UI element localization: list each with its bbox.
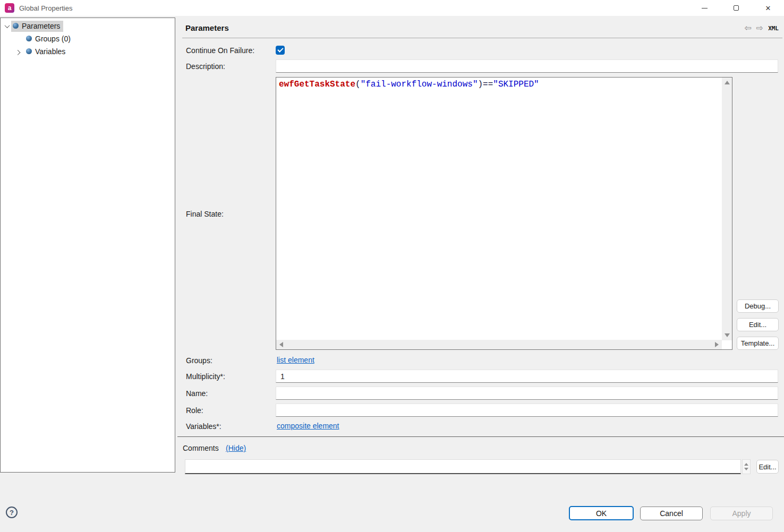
- role-input[interactable]: [276, 404, 778, 417]
- window-title: Global Properties: [19, 4, 72, 12]
- final-state-expression-editor[interactable]: ewfGetTaskState("fail-workflow-windows")…: [276, 77, 732, 350]
- page-title: Parameters: [185, 23, 229, 32]
- minimize-icon: [702, 8, 708, 8]
- forward-arrow-icon[interactable]: [756, 24, 763, 32]
- continue-on-failure-checkbox[interactable]: [276, 46, 285, 55]
- apply-button[interactable]: Apply: [710, 507, 773, 520]
- name-input[interactable]: [276, 387, 778, 400]
- app-logo-icon: a: [5, 3, 14, 13]
- tree-item-label: Groups (0): [35, 35, 71, 43]
- node-ball-icon: [26, 36, 32, 41]
- header-divider: [182, 38, 782, 38]
- tree-row-variables[interactable]: Variables: [1, 46, 69, 57]
- description-input[interactable]: [276, 59, 778, 73]
- code-string-token: "fail-workflow-windows": [361, 80, 478, 89]
- titlebar: a Global Properties: [0, 0, 784, 16]
- comment-edit-button[interactable]: Edit...: [756, 460, 779, 474]
- groups-list-element-link[interactable]: list element: [277, 356, 314, 364]
- minimize-button[interactable]: [688, 0, 720, 16]
- horizontal-scrollbar[interactable]: [276, 340, 722, 349]
- panel-nav: XML: [744, 24, 779, 32]
- maximize-button[interactable]: [720, 0, 752, 16]
- continue-on-failure-label: Continue On Failure:: [186, 46, 254, 55]
- comments-divider: [177, 436, 784, 437]
- tree-item-label: Variables: [35, 47, 65, 56]
- scroll-down-icon[interactable]: [725, 333, 730, 337]
- name-label: Name:: [186, 389, 208, 398]
- code-punct-token: (: [355, 80, 361, 89]
- debug-button[interactable]: Debug...: [737, 299, 779, 313]
- groups-label: Groups:: [186, 356, 212, 365]
- scroll-right-icon[interactable]: [715, 342, 719, 347]
- chevron-right-icon[interactable]: [13, 47, 22, 56]
- description-label: Description:: [186, 62, 225, 71]
- spinner-down-icon[interactable]: [744, 468, 748, 470]
- comment-spinner[interactable]: [742, 459, 751, 474]
- tree-row-parameters[interactable]: Parameters: [1, 20, 63, 32]
- window-controls: [688, 0, 784, 16]
- close-button[interactable]: [752, 0, 784, 16]
- tree-item-parameters[interactable]: Parameters: [11, 21, 63, 32]
- role-label: Role:: [186, 406, 203, 415]
- maximize-icon: [734, 5, 739, 11]
- multiplicity-label: Multiplicity*:: [186, 372, 225, 381]
- variables-label: Variables*:: [186, 422, 221, 431]
- code-string-token: "SKIPPED": [493, 80, 539, 89]
- node-ball-icon: [13, 23, 19, 29]
- comment-input[interactable]: [185, 459, 741, 474]
- variables-composite-element-link[interactable]: composite element: [277, 422, 339, 430]
- tree-item-variables[interactable]: Variables: [24, 46, 69, 57]
- tree-item-groups[interactable]: Groups (0): [24, 33, 74, 45]
- expression-code-line: ewfGetTaskState("fail-workflow-windows")…: [279, 80, 539, 89]
- scroll-left-icon[interactable]: [279, 342, 283, 347]
- final-state-label: Final State:: [186, 210, 224, 218]
- ok-button[interactable]: OK: [569, 506, 634, 520]
- help-icon[interactable]: [6, 507, 18, 518]
- vertical-scrollbar[interactable]: [722, 78, 732, 340]
- code-punct-token: )==: [478, 80, 493, 89]
- chevron-down-icon[interactable]: [3, 22, 11, 30]
- comments-hide-link[interactable]: (Hide): [226, 444, 246, 452]
- scroll-up-icon[interactable]: [725, 81, 730, 84]
- comments-label: Comments: [183, 444, 219, 452]
- navigation-tree-panel: Parameters Groups (0) Variables: [0, 18, 175, 473]
- node-ball-icon: [26, 48, 32, 54]
- template-button[interactable]: Template...: [737, 337, 779, 350]
- tree-item-label: Parameters: [22, 22, 60, 30]
- multiplicity-input[interactable]: [276, 370, 778, 383]
- tree-row-groups[interactable]: Groups (0): [1, 33, 74, 45]
- spinner-up-icon[interactable]: [744, 463, 748, 466]
- cancel-button[interactable]: Cancel: [640, 507, 703, 520]
- back-arrow-icon[interactable]: [744, 24, 751, 32]
- edit-button[interactable]: Edit...: [737, 318, 779, 331]
- code-function-token: ewfGetTaskState: [279, 80, 355, 89]
- xml-view-button[interactable]: XML: [768, 25, 779, 32]
